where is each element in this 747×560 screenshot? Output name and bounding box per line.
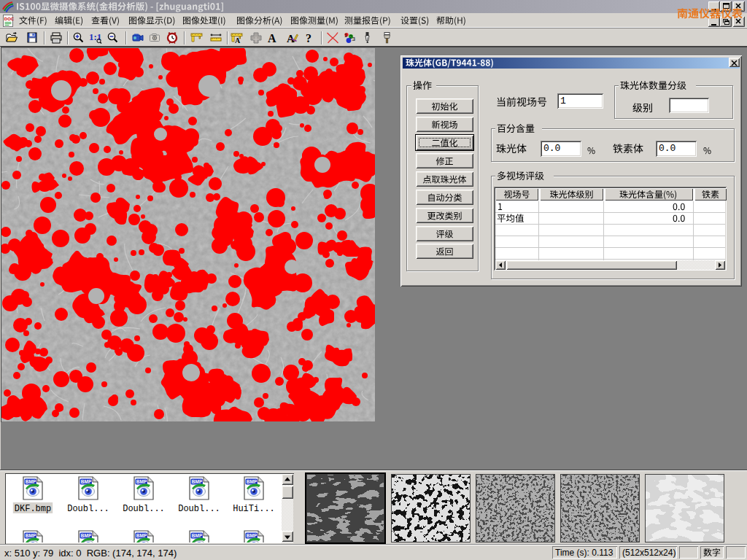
svg-text:A: A [268,32,276,44]
svg-text:Doubl...: Doubl... [67,504,109,514]
svg-text:A: A [287,33,295,44]
svg-text:?: ? [306,32,311,44]
svg-text:1: 1 [344,33,347,38]
svg-text:3: 3 [352,36,356,42]
svg-text:A: A [235,36,241,44]
svg-text:HuiTi...: HuiTi... [233,504,275,514]
svg-text:Doubl...: Doubl... [178,504,220,514]
svg-text:1:1: 1:1 [89,31,101,42]
svg-text:DKF.bmp: DKF.bmp [15,504,51,514]
svg-text:Doubl...: Doubl... [123,504,165,514]
